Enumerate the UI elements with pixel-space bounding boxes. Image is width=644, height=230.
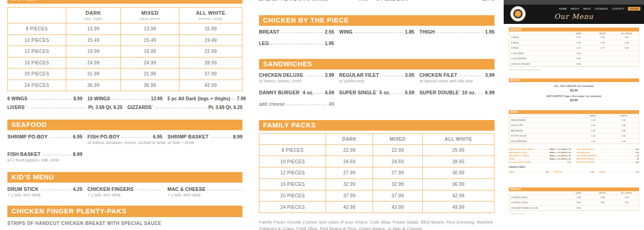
item-label: ALL YOU CAN EAT (list included)	[509, 85, 639, 88]
item-note: + 1 side, kid's drink	[167, 193, 242, 198]
price-cell: 2.39	[609, 128, 639, 133]
item-price: .49	[328, 101, 334, 107]
menu-item: CHICKEN FINGERS + 1 side, kid's drink	[87, 186, 162, 198]
menu-item: FISH BASKET 8.99 w/ 2 hush puppies, side…	[7, 151, 82, 163]
price-cell-mixed: 36.99	[121, 80, 179, 91]
item-label: SHRIMP PO-BOY	[7, 134, 48, 139]
extra-sides-right-column: HOT ONION RINGS 2.49 MUSHROOMS 2.49 JALA…	[577, 147, 639, 163]
row-label-cell: 16 PIECES	[8, 58, 66, 69]
column-header: MIXED	[591, 32, 615, 35]
menu-item: add cheese .49	[259, 101, 334, 107]
price-cell-dark: 22.99	[326, 145, 373, 156]
price-cell-mixed: 43.99	[373, 201, 422, 213]
dotted-leader	[515, 160, 549, 160]
price-cell-dark: 43.99	[326, 201, 373, 213]
price-cell-all-white: 30.99	[422, 167, 494, 178]
menu-item: SHRIMP BASKET 8.99 w/ Side + Drink	[167, 134, 242, 145]
dotted-leader	[590, 153, 634, 154]
price-cell-mixed: 31.99	[121, 69, 179, 80]
price-cell-all-white: 22.99	[179, 46, 242, 57]
price-cell-dark: 36.99	[66, 80, 121, 91]
menu-item: DANNY BURGER` 4 oz. 4.59	[259, 90, 334, 95]
menu-item: JALAPEÑO PEPPERS 1.19	[577, 154, 639, 157]
preview-table-row: CHICKEN FINGERS 5.99	[509, 61, 639, 67]
nav-link[interactable]: ABOUT	[570, 7, 580, 10]
menu-item: LIVERS` Pt. 3.69 Qt. 6.25	[7, 105, 122, 110]
menu-item: SUPER SINGLE` 5 oz. 5.59	[339, 90, 414, 95]
full-menu-page-preview: HOMEABOUTMENUCATERINGCONTACTORDER Our Me…	[504, 0, 644, 230]
preview-french-fries-label: FRENCH FRIES	[509, 166, 639, 168]
menu-item: 5 pc All Dark (legs + thighs) 7.99	[167, 96, 242, 101]
menu-item: REGULAR FILET 3.05 w/ pickles only	[339, 72, 414, 84]
preview-section-dinners: DINNERS	[509, 28, 639, 31]
preview-section-snacks: SNACKS	[509, 188, 639, 191]
left-menu-column: BONES DARK legs, thighs MIXED equal piec…	[7, 0, 242, 226]
price-cell: 5.99	[567, 62, 591, 67]
item-label: FISH PO-BOY	[87, 134, 120, 139]
bones-section-header-clipped: BONES	[7, 0, 242, 4]
item-label: SMALL	[509, 171, 515, 173]
preview-table-row: 3 PIECE 4.79 4.79 5.29	[509, 40, 639, 46]
kids-menu-items: DRUM STICK 4.25 + 1 side, kid's drink CH…	[7, 186, 242, 198]
dotted-leader	[135, 190, 161, 190]
item-price: 8.99	[233, 134, 242, 139]
item-label: SHRIMP BASKET	[167, 134, 208, 139]
plenty-paks-description: STRIPS OF HANDCUT CHICKEN BREAST WITH SP…	[7, 221, 242, 226]
item-label: add cheese	[259, 101, 285, 107]
column-header-all-white: ALL WHITE	[422, 134, 494, 144]
preview-page-body: DINNERS DARK MIXED ALL WHITE 2 PIECE 3.7…	[504, 24, 644, 230]
section-header-by-the-piece: CHICKEN BY THE PIECE	[259, 15, 494, 26]
column-header-mixed: MIXED	[373, 134, 422, 144]
row-label-cell: CHICKEN FINGERS	[509, 62, 567, 67]
price-cell: 4.79	[567, 40, 591, 46]
preview-dinners-table: DARK MIXED ALL WHITE 2 PIECE 3.79 3.79 4…	[509, 31, 639, 67]
item-label: SUPER SINGLE` 5 oz.	[339, 90, 391, 95]
preview-dinners-note: Dinners served with biscuit and 2 sides	[509, 69, 638, 71]
nav-link[interactable]: CATERING	[595, 7, 608, 10]
price-cell-all-white: 28.99	[179, 58, 242, 69]
menu-item: LARGE 3.39	[599, 170, 639, 173]
item-note: w/ pickles only	[339, 79, 414, 84]
item-note: w/ lettuce, tomatoes, onions, cocktail o…	[87, 141, 162, 145]
item-price: $9.49	[509, 89, 639, 92]
item-label: THIGH	[420, 29, 435, 34]
section-header-sandwiches: SANDWICHES	[259, 59, 494, 69]
preview-table-row: CHICKEN FINGERS (1/2 LB) 4.99	[509, 205, 639, 211]
menu-item: BISCUITS HALF DOZEN 2.39	[509, 160, 571, 163]
price-cell-mixed: 32.99	[373, 179, 422, 190]
item-price: SMALL 1.19 LARGE 2.39	[549, 152, 571, 154]
price-cell: 4.99	[567, 206, 591, 211]
menu-item: LEG 1.95	[259, 40, 334, 46]
price-cell	[615, 62, 638, 67]
nav-link[interactable]: ORDER	[628, 7, 640, 11]
nav-link[interactable]: MENU	[583, 7, 591, 10]
menu-item: HOT ONION RINGS 2.49	[577, 147, 639, 150]
price-cell	[591, 206, 615, 211]
price-cell-dark: 31.99	[66, 69, 121, 80]
row-label-cell: 10 PIECES	[8, 35, 66, 46]
dotted-leader	[478, 93, 483, 94]
nav-link[interactable]: HOME	[559, 7, 567, 10]
bones-table-header-row: DARK legs, thighs MIXED equal pieces ALL…	[8, 8, 242, 23]
sandwich-items: CHICKEN DELUXE 3.99 w/ lettuce, tomato, …	[259, 72, 494, 107]
preview-table-row: COLE SLAW 1.19 2.39	[509, 123, 639, 128]
preview-page-title: Our Menu	[504, 12, 644, 21]
nav-link[interactable]: CONTACT	[612, 7, 624, 10]
column-header: MIXED	[591, 191, 615, 195]
row-label-cell: COLE SLAW	[509, 123, 578, 128]
preview-table-row: 2 PIECES & ROLL 2.69 2.89 3.19	[509, 195, 639, 200]
item-price: 3.39	[635, 171, 639, 173]
bones-table-row: 24 PIECES 36.99 36.99 42.99	[8, 80, 242, 91]
dotted-leader	[155, 108, 207, 109]
menu-item: FISH PO-BOY 6.95 w/ lettuce, tomatoes, o…	[87, 134, 162, 145]
item-label: SUPER DOUBLE` 10 oz.	[420, 90, 476, 95]
row-label-cell: 16 PIECES	[259, 179, 326, 190]
dotted-leader	[381, 75, 403, 76]
menu-item: THIGH 1.95	[420, 29, 494, 34]
column-header-dark: DARK legs, thighs	[66, 8, 121, 23]
price-cell: 2.69	[567, 195, 591, 200]
row-label-cell: 2 PIECE	[509, 35, 567, 40]
price-cell-mixed: 37.99	[373, 190, 422, 201]
menu-item: SUPER DOUBLE` 10 oz. 6.99	[420, 90, 494, 95]
preview-table-header: SMALL LARGE	[509, 114, 639, 117]
